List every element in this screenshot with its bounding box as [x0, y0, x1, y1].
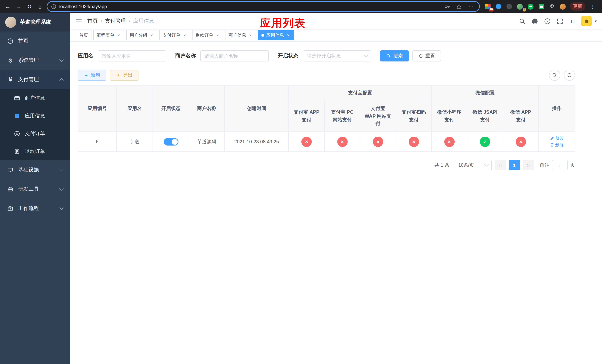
- tab-close-icon[interactable]: ×: [116, 33, 121, 38]
- toolbar-right-icons: [549, 70, 575, 81]
- home-icon[interactable]: ⌂: [36, 2, 44, 11]
- status-select[interactable]: 请选择开启状态: [303, 50, 371, 62]
- dashboard-icon: [7, 38, 13, 44]
- fullscreen-icon[interactable]: [557, 18, 563, 24]
- goto-page-input[interactable]: [552, 160, 568, 170]
- group-alipay-config: 支付宝配置: [289, 85, 431, 101]
- sidebar-item-infrastructure[interactable]: 基础设施: [0, 160, 70, 180]
- sidebar-item-label: 研发工具: [18, 186, 39, 193]
- breadcrumb-separator: /: [101, 18, 102, 24]
- monitor-icon: [7, 167, 13, 173]
- chevron-down-icon: [484, 162, 489, 167]
- hamburger-icon[interactable]: [75, 18, 82, 24]
- top-navbar: 首页 / 支付管理 / 应用信息 ?: [70, 13, 602, 29]
- refresh-table-button[interactable]: [564, 70, 575, 81]
- page-1-button[interactable]: 1: [509, 160, 520, 170]
- merchant-name-input[interactable]: [204, 53, 265, 59]
- tab-close-icon[interactable]: ×: [149, 33, 154, 38]
- sidebar-item-home[interactable]: 首页: [0, 32, 70, 51]
- merchant-name-label: 商户名称: [175, 53, 196, 59]
- browser-toolbar: ← → ↻ ⌂ i localhost:1024/pay/app ☆ 10: [0, 0, 602, 13]
- back-icon[interactable]: ←: [4, 2, 12, 11]
- chrome-menu-icon[interactable]: ⋮: [589, 2, 597, 11]
- user-avatar[interactable]: ☻: [581, 16, 592, 26]
- search-icon[interactable]: [519, 18, 525, 24]
- font-size-icon[interactable]: TT: [570, 18, 575, 24]
- password-key-icon[interactable]: [444, 3, 450, 10]
- chevron-down-icon: [59, 206, 64, 210]
- export-button[interactable]: 导出: [110, 70, 139, 81]
- tab-refund-order[interactable]: 退款订单 ×: [192, 30, 223, 40]
- extensions-puzzle-icon[interactable]: [548, 3, 556, 10]
- site-info-icon[interactable]: i: [51, 4, 56, 9]
- extension-chat-icon[interactable]: [538, 3, 545, 10]
- extension-avatar-icon[interactable]: 1: [516, 3, 524, 10]
- col-alipay-app: 支付宝 APP 支付: [289, 101, 324, 132]
- app-name-label: 应用名: [78, 53, 93, 59]
- status-select-placeholder: 请选择开启状态: [307, 53, 341, 59]
- extension-dark-icon[interactable]: [505, 3, 513, 10]
- main-area: 应用列表 首页 / 支付管理 / 应用信息: [70, 13, 602, 364]
- wechat-mini-disabled-icon: ×: [444, 137, 454, 147]
- address-bar[interactable]: i localhost:1024/pay/app ☆: [47, 1, 480, 12]
- sidebar-item-system[interactable]: ⚙ 系统管理: [0, 51, 70, 70]
- share-icon[interactable]: [456, 3, 462, 10]
- edit-button[interactable]: 修改: [550, 135, 564, 141]
- github-icon[interactable]: [532, 18, 538, 24]
- search-button[interactable]: 搜索: [380, 50, 409, 62]
- prev-page-button[interactable]: <: [495, 160, 506, 170]
- filter-app-name: 应用名: [78, 50, 166, 62]
- delete-button[interactable]: 删除: [550, 142, 564, 148]
- app-logo[interactable]: 芋道管理系统: [0, 13, 70, 32]
- sidebar-item-merchant-info[interactable]: 商户信息: [0, 89, 70, 107]
- status-toggle[interactable]: [163, 138, 178, 145]
- toggle-search-button[interactable]: [549, 70, 560, 81]
- breadcrumb-payment[interactable]: 支付管理: [105, 18, 126, 24]
- next-page-button[interactable]: >: [523, 160, 534, 170]
- app-layout: 芋道管理系统 首页 ⚙ 系统管理 ¥ 支付管理: [0, 13, 602, 364]
- sidebar-item-refund-order[interactable]: 退款订单: [0, 143, 70, 160]
- tab-process-form[interactable]: 流程表单 ×: [93, 30, 124, 40]
- tab-home[interactable]: 首页: [76, 30, 91, 40]
- tags-view-bar: 首页 流程表单 × 用户分组 × 支付订单 × 退款订单 ×: [70, 29, 602, 42]
- sidebar-item-workflow[interactable]: 工作流程: [0, 199, 70, 218]
- reset-button[interactable]: 重置: [412, 50, 441, 62]
- tab-close-icon[interactable]: ×: [215, 33, 220, 38]
- tab-merchant-info[interactable]: 商户信息 ×: [225, 30, 256, 40]
- tab-close-icon[interactable]: ×: [286, 33, 291, 38]
- help-icon[interactable]: ?: [544, 18, 550, 24]
- url-text[interactable]: localhost:1024/pay/app: [59, 4, 107, 9]
- tab-user-group[interactable]: 用户分组 ×: [126, 30, 157, 40]
- sidebar-item-pay-order[interactable]: 支付订单: [0, 125, 70, 143]
- breadcrumb-current: 应用信息: [133, 18, 154, 24]
- cell-app-id: 6: [78, 132, 117, 152]
- tab-close-icon[interactable]: ×: [248, 33, 253, 38]
- reload-icon[interactable]: ↻: [25, 2, 33, 11]
- breadcrumb-home[interactable]: 首页: [87, 18, 98, 24]
- logo-avatar: [5, 17, 16, 28]
- sidebar-item-app-info[interactable]: 应用信息: [0, 107, 70, 125]
- extension-grid-icon[interactable]: 10: [484, 3, 491, 10]
- alipay-app-disabled-icon: ×: [301, 137, 312, 147]
- sidebar-item-label: 基础设施: [18, 167, 39, 173]
- tab-app-info[interactable]: 应用信息 ×: [258, 30, 294, 40]
- payment-submenu: 商户信息 应用信息 支付订单: [0, 89, 70, 160]
- sidebar-item-payment[interactable]: ¥ 支付管理: [0, 70, 70, 89]
- tab-close-icon[interactable]: ×: [182, 33, 187, 38]
- avatar-caret-icon[interactable]: ▾: [595, 19, 597, 23]
- add-button[interactable]: + 新增: [78, 70, 106, 81]
- browser-profile-avatar[interactable]: [559, 3, 567, 10]
- bookmark-star-icon[interactable]: ☆: [468, 3, 474, 10]
- col-wechat-jsapi: 微信 JSAPI 支付: [467, 101, 503, 132]
- tab-pay-order[interactable]: 支付订单 ×: [159, 30, 190, 40]
- app-name-input[interactable]: [102, 53, 162, 59]
- briefcase-icon: [7, 205, 13, 212]
- chrome-update-button[interactable]: 更新: [570, 2, 585, 11]
- page-size-select[interactable]: 10条/页: [455, 160, 492, 170]
- app-name-input-wrap: [98, 50, 166, 62]
- sidebar-item-dev-tools[interactable]: 研发工具: [0, 180, 70, 199]
- extension-blue-icon[interactable]: [495, 3, 502, 10]
- col-merchant: 商户名称: [189, 85, 225, 132]
- extension-wechat-icon[interactable]: [527, 3, 534, 10]
- forward-icon[interactable]: →: [14, 2, 22, 11]
